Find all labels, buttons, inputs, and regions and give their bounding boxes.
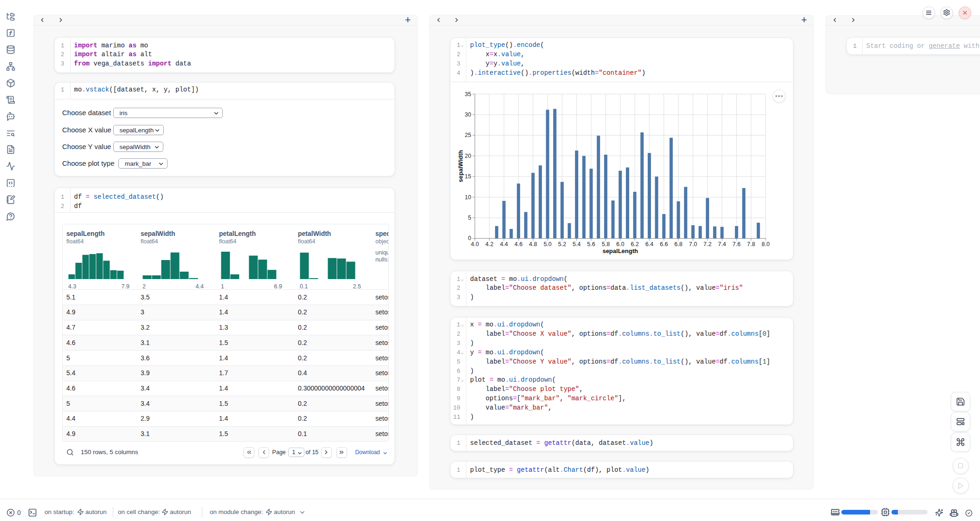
svg-text:7.0: 7.0 xyxy=(689,241,697,248)
svg-text:6.8: 6.8 xyxy=(674,241,682,248)
svg-text:5.0: 5.0 xyxy=(543,241,551,248)
svg-text:8.0: 8.0 xyxy=(761,241,769,248)
svg-text:4.8: 4.8 xyxy=(529,241,537,248)
svg-text:7.8: 7.8 xyxy=(747,241,755,248)
svg-text:sepalWidth: sepalWidth xyxy=(457,150,464,182)
svg-text:10: 10 xyxy=(464,194,471,201)
svg-text:6.4: 6.4 xyxy=(645,241,653,248)
svg-text:5.2: 5.2 xyxy=(558,241,566,248)
svg-text:15: 15 xyxy=(464,174,471,180)
svg-text:5.6: 5.6 xyxy=(587,241,595,248)
svg-text:30: 30 xyxy=(464,111,471,118)
svg-text:5.4: 5.4 xyxy=(573,241,580,248)
svg-text:7.4: 7.4 xyxy=(718,241,726,248)
svg-text:4.0: 4.0 xyxy=(471,241,479,248)
svg-text:4.6: 4.6 xyxy=(515,241,522,248)
svg-text:5: 5 xyxy=(468,215,471,221)
svg-text:20: 20 xyxy=(464,153,471,159)
svg-text:35: 35 xyxy=(464,91,471,98)
svg-text:sepalLength: sepalLength xyxy=(602,247,638,254)
svg-text:0: 0 xyxy=(468,235,471,242)
svg-text:4.4: 4.4 xyxy=(500,241,508,248)
svg-text:5.8: 5.8 xyxy=(602,241,610,248)
svg-text:6.6: 6.6 xyxy=(660,241,668,248)
svg-text:4.2: 4.2 xyxy=(485,241,493,248)
svg-text:7.2: 7.2 xyxy=(703,241,711,248)
svg-text:6.2: 6.2 xyxy=(631,241,638,248)
svg-text:25: 25 xyxy=(464,132,471,139)
svg-text:7.6: 7.6 xyxy=(733,241,741,248)
svg-text:6.0: 6.0 xyxy=(616,241,624,248)
